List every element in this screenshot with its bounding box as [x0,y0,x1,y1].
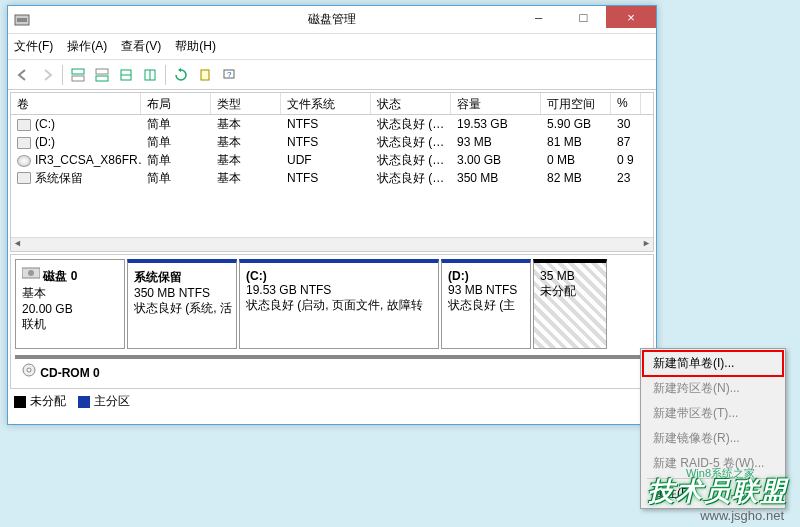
refresh-button[interactable] [170,64,192,86]
watermark: 技术员联盟 [648,474,788,509]
volume-icon [17,172,31,184]
minimize-button[interactable]: – [516,6,561,28]
back-button[interactable] [12,64,34,86]
volume-icon [17,155,31,167]
app-icon [14,12,30,28]
svg-point-16 [27,368,31,372]
cdrom-header[interactable]: CD-ROM 0 [15,355,649,384]
separator [165,65,166,85]
disk-map: 磁盘 0 基本 20.00 GB 联机 系统保留350 MB NTFS状态良好 … [10,254,654,389]
disk-icon [22,269,40,283]
disk-size: 20.00 GB [22,302,73,316]
maximize-button[interactable]: □ [561,6,606,28]
volume-row[interactable]: 系统保留简单基本NTFS状态良好 (…350 MB82 MB23 [11,169,653,187]
ctx-item: 新建跨区卷(N)... [643,376,783,401]
toolbar: ? [8,60,656,90]
ctx-item[interactable]: 新建简单卷(I)... [643,351,783,376]
view-top-button[interactable] [67,64,89,86]
partition[interactable]: (C:)19.53 GB NTFS状态良好 (启动, 页面文件, 故障转 [239,259,439,349]
partition-unallocated[interactable]: 35 MB未分配 [533,259,607,349]
window-controls: – □ × [516,6,656,28]
svg-rect-1 [17,18,27,22]
disk-header[interactable]: 磁盘 0 基本 20.00 GB 联机 [15,259,125,349]
svg-point-14 [28,270,34,276]
cdrom-icon [21,366,37,380]
help-button[interactable]: ? [218,64,240,86]
watermark-url: www.jsgho.net [700,508,784,523]
separator [62,65,63,85]
legend-primary: 主分区 [78,393,130,410]
disk-type: 基本 [22,286,46,300]
legend-unallocated: 未分配 [14,393,66,410]
properties-button[interactable] [194,64,216,86]
col-layout[interactable]: 布局 [141,93,211,114]
volume-icon [17,119,31,131]
volume-row[interactable]: (C:)简单基本NTFS状态良好 (…19.53 GB5.90 GB30 [11,115,653,133]
volume-icon [17,137,31,149]
ctx-item: 新建带区卷(T)... [643,401,783,426]
col-volume[interactable]: 卷 [11,93,141,114]
titlebar[interactable]: 磁盘管理 – □ × [8,6,656,34]
menu-help[interactable]: 帮助(H) [175,38,216,55]
disk-management-window: 磁盘管理 – □ × 文件(F) 操作(A) 查看(V) 帮助(H) ? 卷 布… [7,5,657,425]
ctx-item: 新建镜像卷(R)... [643,426,783,451]
volume-row[interactable]: (D:)简单基本NTFS状态良好 (…93 MB81 MB87 [11,133,653,151]
menu-view[interactable]: 查看(V) [121,38,161,55]
col-filesystem[interactable]: 文件系统 [281,93,371,114]
col-percent[interactable]: % [611,93,641,114]
menubar: 文件(F) 操作(A) 查看(V) 帮助(H) [8,34,656,60]
col-type[interactable]: 类型 [211,93,281,114]
partition[interactable]: (D:)93 MB NTFS状态良好 (主 [441,259,531,349]
svg-rect-2 [72,69,84,74]
volume-list: 卷 布局 类型 文件系统 状态 容量 可用空间 % (C:)简单基本NTFS状态… [10,92,654,252]
view-bottom-button[interactable] [91,64,113,86]
svg-rect-4 [96,69,108,74]
col-free[interactable]: 可用空间 [541,93,611,114]
svg-rect-3 [72,76,84,81]
horizontal-scrollbar[interactable] [11,237,653,251]
col-capacity[interactable]: 容量 [451,93,541,114]
list-button[interactable] [139,64,161,86]
legend: 未分配 主分区 [8,391,656,412]
cdrom-name: CD-ROM 0 [40,366,99,380]
svg-text:?: ? [227,70,232,79]
partition[interactable]: 系统保留350 MB NTFS状态良好 (系统, 活 [127,259,237,349]
menu-action[interactable]: 操作(A) [67,38,107,55]
disk-name: 磁盘 0 [43,269,77,283]
forward-button[interactable] [36,64,58,86]
volume-row[interactable]: IR3_CCSA_X86FR…简单基本UDF状态良好 (…3.00 GB0 MB… [11,151,653,169]
svg-rect-5 [96,76,108,81]
svg-rect-10 [201,70,209,80]
col-status[interactable]: 状态 [371,93,451,114]
list-header: 卷 布局 类型 文件系统 状态 容量 可用空间 % [11,93,653,115]
window-title: 磁盘管理 [308,11,356,28]
settings-button[interactable] [115,64,137,86]
close-button[interactable]: × [606,6,656,28]
menu-file[interactable]: 文件(F) [14,38,53,55]
disk-status: 联机 [22,317,46,331]
